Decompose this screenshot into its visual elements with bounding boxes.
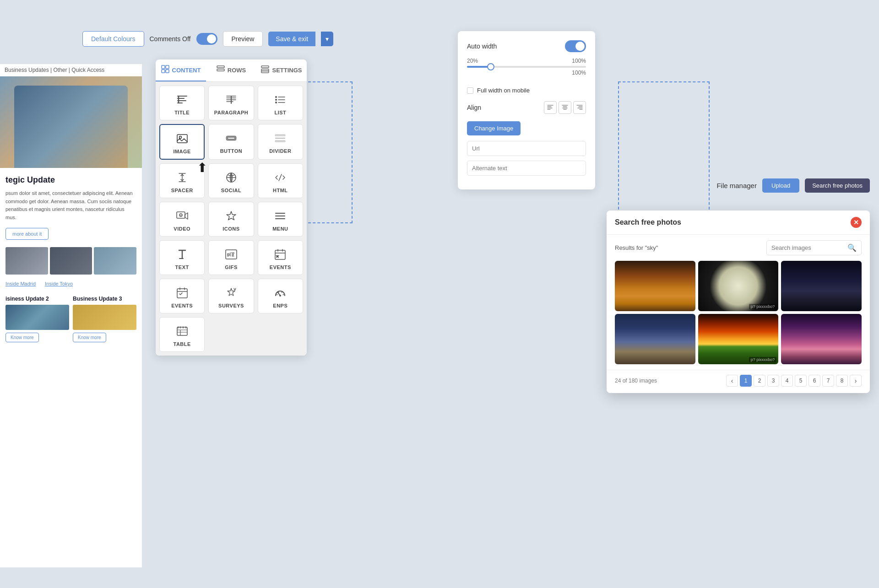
svg-point-11	[275, 102, 277, 103]
search-images-input[interactable]	[771, 244, 845, 251]
svg-rect-2	[162, 70, 165, 73]
photo-moon-credit: p? pixxxxbo?	[749, 304, 777, 309]
tab-content[interactable]: CONTENT	[156, 59, 206, 81]
tab-content-label: CONTENT	[172, 67, 201, 74]
preview-card-2: Business Update 3 Know more	[73, 296, 136, 342]
preview-button[interactable]: Preview	[223, 31, 263, 47]
page-prev-button[interactable]: ‹	[726, 375, 738, 387]
grid-item-enps[interactable]: ENPS	[258, 279, 303, 313]
know-more-button-1[interactable]: Know more	[5, 333, 39, 342]
range-thumb[interactable]	[487, 63, 494, 70]
auto-width-row: Auto width	[467, 40, 586, 52]
grid-item-text-label: TEXT	[175, 264, 189, 270]
search-submit-button[interactable]: 🔍	[847, 243, 857, 252]
default-colours-button[interactable]: Default Colours	[82, 31, 144, 47]
grid-item-video-label: VIDEO	[174, 226, 190, 232]
know-more-button-2[interactable]: Know more	[73, 333, 106, 342]
width-range-slider[interactable]	[467, 66, 586, 68]
card2-title: Business Update 3	[73, 296, 136, 302]
grid-item-paragraph[interactable]: PARAGRAPH	[208, 86, 254, 120]
grid-item-surveys[interactable]: SURVEYS	[208, 279, 254, 313]
grid-item-html[interactable]: HTML	[258, 163, 303, 198]
more-about-button[interactable]: more about it	[5, 228, 49, 240]
svg-rect-0	[162, 65, 165, 69]
align-left-button[interactable]	[544, 101, 557, 114]
full-width-mobile-label: Full width on mobile	[477, 87, 530, 94]
tab-rows-label: ROWS	[228, 67, 246, 74]
grid-item-image-label: IMAGE	[173, 149, 191, 154]
pagination: ‹ 1 2 3 4 5 6 7 8 ›	[726, 375, 862, 387]
panel-tabs: CONTENT ROWS SETTINGS	[156, 59, 307, 82]
svg-rect-22	[275, 250, 285, 259]
website-preview: Business Updates | Other | Quick Access …	[0, 64, 142, 567]
grid-item-gifs[interactable]: GIFS	[208, 240, 254, 275]
page-2-button[interactable]: 2	[754, 375, 765, 387]
align-center-button[interactable]	[559, 101, 571, 114]
photo-purple-sky[interactable]	[781, 314, 862, 364]
page-7-button[interactable]: 7	[822, 375, 834, 387]
tab-rows[interactable]: ROWS	[206, 59, 256, 81]
page-4-button[interactable]: 4	[781, 375, 793, 387]
svg-rect-17	[275, 140, 285, 142]
grid-item-icons-label: ICONS	[222, 226, 239, 232]
grid-item-list[interactable]: LIST	[258, 86, 303, 120]
svg-rect-3	[166, 70, 169, 73]
photo-building[interactable]	[615, 314, 695, 364]
inside-tokyo-link[interactable]: Inside Tokyo	[45, 281, 73, 286]
grid-item-spacer[interactable]: SPACER	[159, 163, 205, 198]
save-exit-caret-button[interactable]: ▾	[321, 32, 333, 46]
grid-item-events2[interactable]: EVENTS	[159, 279, 205, 313]
alt-text-input[interactable]	[467, 161, 586, 176]
inside-madrid-link[interactable]: Inside Madrid	[5, 281, 36, 286]
comments-off-label: Comments Off	[150, 35, 191, 43]
range-value-label: 100%	[467, 70, 586, 76]
preview-hero-image	[0, 76, 142, 168]
content-grid: TITLE PARAGRAPH LIST IM	[156, 82, 307, 356]
photo-dark-sky[interactable]	[781, 261, 862, 311]
align-right-button[interactable]	[573, 101, 586, 114]
search-free-photos-button[interactable]: Search free photos	[805, 178, 870, 193]
url-input[interactable]	[467, 141, 586, 156]
page-next-button[interactable]: ›	[850, 375, 862, 387]
page-6-button[interactable]: 6	[808, 375, 820, 387]
grid-item-events[interactable]: EVENTS	[258, 240, 303, 275]
grid-item-text[interactable]: TEXT	[159, 240, 205, 275]
grid-item-video[interactable]: VIDEO	[159, 202, 205, 237]
card1-title: isiness Update 2	[5, 296, 69, 302]
grid-item-divider[interactable]: DIVIDER	[258, 124, 303, 160]
auto-width-label: Auto width	[467, 43, 497, 50]
photo-sunset-field[interactable]: p? pixxxxbo?	[698, 314, 779, 364]
preview-thumb-2	[50, 247, 92, 275]
grid-item-social[interactable]: SOCIAL	[208, 163, 254, 198]
dialog-close-button[interactable]: ✕	[851, 217, 862, 228]
tab-settings[interactable]: SETTINGS	[256, 59, 307, 81]
page-5-button[interactable]: 5	[795, 375, 807, 387]
top-toolbar: Default Colours Comments Off Preview Sav…	[82, 31, 333, 47]
grid-item-button[interactable]: BUTTON	[208, 124, 254, 160]
full-width-mobile-checkbox[interactable]	[467, 87, 473, 94]
comments-toggle[interactable]	[196, 33, 217, 45]
page-1-button[interactable]: 1	[740, 375, 752, 387]
photo-moon[interactable]: p? pixxxxbo?	[698, 261, 779, 311]
align-buttons	[544, 101, 586, 114]
auto-width-toggle[interactable]	[565, 40, 586, 52]
grid-item-title[interactable]: TITLE	[159, 86, 205, 120]
grid-item-icons[interactable]: ICONS	[208, 202, 254, 237]
photo-sky1[interactable]	[615, 261, 695, 311]
grid-item-menu[interactable]: MENU	[258, 202, 303, 237]
svg-rect-25	[177, 327, 187, 335]
svg-point-9	[275, 96, 277, 98]
grid-item-events-label: EVENTS	[270, 264, 291, 270]
rows-tab-icon	[217, 65, 225, 75]
grid-item-image[interactable]: IMAGE	[159, 124, 205, 160]
grid-item-table[interactable]: TABLE	[159, 317, 205, 352]
change-image-button[interactable]: Change Image	[467, 121, 521, 135]
preview-content-section: tegic Update psum dolor sit amet, consec…	[0, 168, 142, 247]
dialog-title: Search free photos	[615, 218, 681, 227]
page-8-button[interactable]: 8	[836, 375, 848, 387]
upload-button[interactable]: Upload	[762, 178, 799, 193]
grid-item-html-label: HTML	[273, 188, 288, 193]
grid-item-button-label: BUTTON	[220, 148, 243, 154]
page-3-button[interactable]: 3	[767, 375, 779, 387]
save-exit-button[interactable]: Save & exit	[268, 32, 315, 46]
